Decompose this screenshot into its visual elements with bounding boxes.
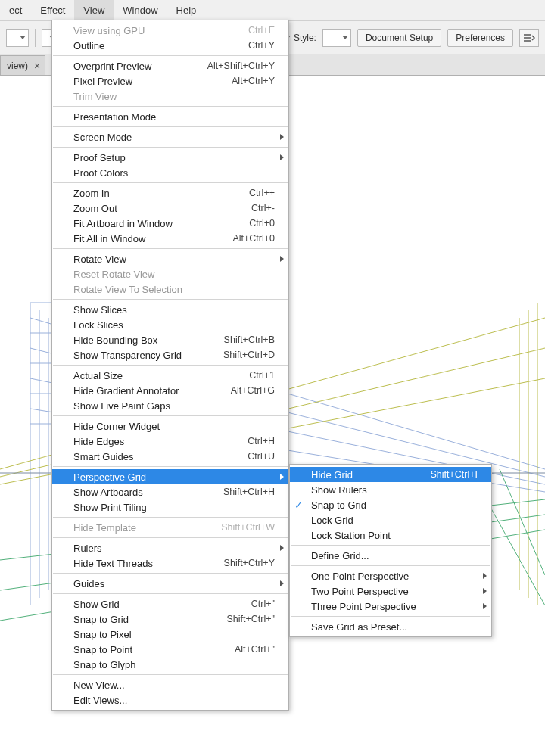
- menu-item-shortcut: Ctrl+1: [249, 370, 275, 381]
- view-menu-item-outline[interactable]: OutlineCtrl+Y: [52, 38, 288, 53]
- view-menu-item-overprint-preview[interactable]: Overprint PreviewAlt+Shift+Ctrl+Y: [52, 58, 288, 73]
- view-menu-item-rotate-view-to-selection: Rotate View To Selection: [52, 282, 288, 297]
- view-menu-item-fit-artboard-in-window[interactable]: Fit Artboard in WindowCtrl+0: [52, 216, 288, 231]
- perspective-grid-submenu-item-snap-to-grid[interactable]: ✓Snap to Grid: [290, 497, 491, 512]
- view-menu-separator: [53, 466, 288, 467]
- menubar-item-window[interactable]: Window: [114, 0, 167, 20]
- chevron-right-icon: [483, 603, 487, 609]
- menu-item-shortcut: Alt+Shift+Ctrl+Y: [207, 61, 275, 71]
- menubar-item-effect[interactable]: Effect: [31, 0, 74, 20]
- view-menu-item-presentation-mode[interactable]: Presentation Mode: [52, 109, 288, 124]
- view-menu-item-guides[interactable]: Guides: [52, 576, 288, 591]
- menu-item-label: Show Rulers: [311, 484, 478, 496]
- document-setup-button[interactable]: Document Setup: [357, 29, 441, 47]
- perspective-grid-submenu-item-define-grid[interactable]: Define Grid...: [290, 548, 491, 563]
- view-menu-separator: [53, 415, 288, 416]
- view-menu-item-show-grid[interactable]: Show GridCtrl+": [52, 596, 288, 611]
- menu-item-label: Trim View: [73, 91, 275, 102]
- perspective-grid-submenu-item-lock-station-point[interactable]: Lock Station Point: [290, 527, 491, 543]
- chevron-down-icon: [20, 36, 26, 39]
- overflow-icon: [523, 33, 535, 43]
- menu-item-shortcut: Shift+Ctrl+Y: [224, 558, 275, 568]
- view-menu-item-fit-all-in-window[interactable]: Fit All in WindowAlt+Ctrl+0: [52, 231, 288, 246]
- view-menu-item-hide-edges[interactable]: Hide EdgesCtrl+H: [52, 434, 288, 449]
- view-menu: View using GPUCtrl+EOutlineCtrl+YOverpri…: [51, 20, 289, 711]
- perspective-grid-submenu-item-three-point-perspective[interactable]: Three Point Perspective: [290, 599, 491, 614]
- view-menu-item-rotate-view[interactable]: Rotate View: [52, 251, 288, 266]
- menu-item-shortcut: Alt+Ctrl+Y: [232, 76, 275, 86]
- menu-item-label: Hide Template: [73, 522, 206, 534]
- view-menu-item-show-print-tiling[interactable]: Show Print Tiling: [52, 499, 288, 515]
- perspective-grid-submenu-item-one-point-perspective[interactable]: One Point Perspective: [290, 568, 491, 583]
- view-menu-item-proof-colors[interactable]: Proof Colors: [52, 165, 288, 180]
- view-menu-item-hide-bounding-box[interactable]: Hide Bounding BoxShift+Ctrl+B: [52, 332, 288, 347]
- chevron-right-icon: [280, 134, 284, 140]
- view-menu-item-lock-slices[interactable]: Lock Slices: [52, 317, 288, 332]
- menubar: ectEffectViewWindowHelp: [0, 0, 545, 21]
- menu-item-label: Snap to Glyph: [73, 659, 275, 670]
- document-tab[interactable]: view) ×: [0, 55, 45, 75]
- view-menu-separator: [53, 106, 288, 107]
- menubar-item-help[interactable]: Help: [167, 0, 206, 20]
- menu-item-label: Hide Grid: [311, 469, 415, 481]
- menu-item-shortcut: Shift+Ctrl+D: [223, 350, 275, 360]
- view-menu-item-pixel-preview[interactable]: Pixel PreviewAlt+Ctrl+Y: [52, 73, 288, 89]
- perspective-grid-submenu-item-save-grid-as-preset[interactable]: Save Grid as Preset...: [290, 619, 491, 634]
- style-dropdown[interactable]: [322, 29, 351, 47]
- menu-item-label: Snap to Point: [73, 644, 220, 655]
- view-menu-item-zoom-in[interactable]: Zoom InCtrl++: [52, 185, 288, 201]
- perspective-grid-submenu-item-two-point-perspective[interactable]: Two Point Perspective: [290, 583, 491, 599]
- close-icon[interactable]: ×: [34, 60, 40, 72]
- menu-item-label: Snap to Pixel: [73, 629, 275, 640]
- perspective-grid-submenu-item-lock-grid[interactable]: Lock Grid: [290, 512, 491, 527]
- perspective-grid-submenu-item-hide-grid[interactable]: Hide GridShift+Ctrl+I: [290, 467, 491, 482]
- menu-item-label: Pixel Preview: [73, 76, 216, 87]
- menu-item-shortcut: Ctrl+Y: [248, 40, 275, 51]
- perspective-grid-submenu-item-show-rulers[interactable]: Show Rulers: [290, 482, 491, 497]
- menu-item-label: Overprint Preview: [73, 61, 192, 72]
- view-menu-item-snap-to-point[interactable]: Snap to PointAlt+Ctrl+": [52, 642, 288, 657]
- view-menu-item-new-view[interactable]: New View...: [52, 677, 288, 692]
- view-menu-item-show-transparency-grid[interactable]: Show Transparency GridShift+Ctrl+D: [52, 347, 288, 362]
- view-menu-item-snap-to-grid[interactable]: Snap to GridShift+Ctrl+": [52, 611, 288, 627]
- menu-item-label: Show Slices: [73, 304, 275, 316]
- view-menu-item-actual-size[interactable]: Actual SizeCtrl+1: [52, 368, 288, 383]
- view-menu-item-proof-setup[interactable]: Proof Setup: [52, 150, 288, 165]
- menu-item-label: Guides: [73, 578, 275, 590]
- view-menu-separator: [53, 55, 288, 56]
- view-menu-item-trim-view: Trim View: [52, 89, 288, 104]
- view-menu-separator: [53, 537, 288, 538]
- menu-item-label: Hide Gradient Annotator: [73, 385, 216, 397]
- view-menu-item-screen-mode[interactable]: Screen Mode: [52, 129, 288, 145]
- view-menu-item-rulers[interactable]: Rulers: [52, 540, 288, 555]
- view-menu-item-show-slices[interactable]: Show Slices: [52, 302, 288, 317]
- chevron-right-icon: [483, 573, 487, 579]
- view-menu-item-edit-views[interactable]: Edit Views...: [52, 692, 288, 708]
- menu-item-label: Show Grid: [73, 599, 236, 610]
- view-menu-item-hide-corner-widget[interactable]: Hide Corner Widget: [52, 418, 288, 434]
- view-menu-item-smart-guides[interactable]: Smart GuidesCtrl+U: [52, 449, 288, 464]
- view-menu-item-hide-gradient-annotator[interactable]: Hide Gradient AnnotatorAlt+Ctrl+G: [52, 383, 288, 398]
- menubar-item-view[interactable]: View: [74, 0, 114, 20]
- menu-item-label: Define Grid...: [311, 550, 478, 562]
- toolbar-overflow-button[interactable]: [519, 29, 539, 47]
- chevron-right-icon: [280, 256, 284, 262]
- view-menu-item-snap-to-pixel[interactable]: Snap to Pixel: [52, 627, 288, 642]
- menu-item-label: Rulers: [73, 543, 275, 554]
- view-menu-item-perspective-grid[interactable]: Perspective Grid: [52, 469, 288, 484]
- menu-item-label: Save Grid as Preset...: [311, 621, 478, 633]
- menu-item-label: Zoom Out: [73, 203, 236, 214]
- view-menu-item-show-live-paint-gaps[interactable]: Show Live Paint Gaps: [52, 398, 288, 413]
- view-menu-item-hide-text-threads[interactable]: Hide Text ThreadsShift+Ctrl+Y: [52, 555, 288, 571]
- check-icon: ✓: [294, 499, 303, 511]
- menubar-item-ect[interactable]: ect: [0, 0, 31, 20]
- view-menu-item-zoom-out[interactable]: Zoom OutCtrl+-: [52, 201, 288, 216]
- view-menu-item-snap-to-glyph[interactable]: Snap to Glyph: [52, 657, 288, 672]
- view-menu-separator: [53, 126, 288, 127]
- menu-item-shortcut: Shift+Ctrl+B: [224, 334, 275, 345]
- toolbar-dropdown-a[interactable]: [6, 29, 29, 47]
- perspective-grid-submenu-separator: [291, 616, 490, 617]
- preferences-button[interactable]: Preferences: [447, 29, 513, 47]
- view-menu-item-show-artboards[interactable]: Show ArtboardsShift+Ctrl+H: [52, 484, 288, 499]
- menu-item-label: Hide Bounding Box: [73, 334, 209, 346]
